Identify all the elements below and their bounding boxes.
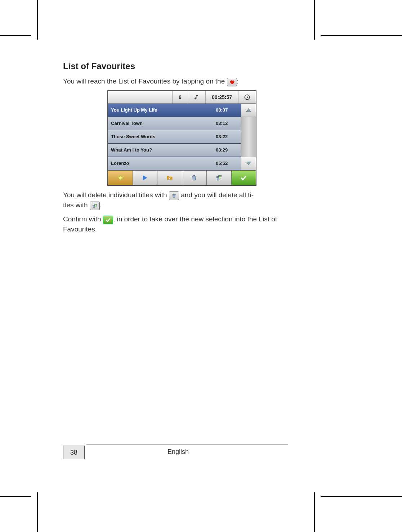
confirm-button[interactable] xyxy=(232,171,256,185)
statusbar-spacer xyxy=(108,91,172,103)
scroll-down-button[interactable] xyxy=(241,157,256,170)
track-title: Carnival Town xyxy=(108,121,216,126)
track-title: Those Sweet Words xyxy=(108,134,216,139)
back-button[interactable] xyxy=(108,171,133,185)
intro-text-post: : xyxy=(237,77,239,85)
svg-rect-6 xyxy=(174,194,175,194)
heart-icon xyxy=(227,78,237,86)
scroll-column xyxy=(241,104,256,170)
checkmark-icon xyxy=(103,216,113,224)
track-title: Lorenzo xyxy=(108,161,216,166)
track-row[interactable]: Carnival Town 03:12 xyxy=(108,117,241,130)
para2-a: You will delete individual titles with xyxy=(63,191,169,199)
page-number: 38 xyxy=(63,446,85,459)
track-duration: 03:29 xyxy=(216,147,241,153)
crop-mark xyxy=(321,496,402,497)
favourites-device-screenshot: 6 00:25:57 You Light Up My Life 03:37 Ca… xyxy=(107,90,256,186)
crop-mark xyxy=(0,496,31,497)
total-duration: 00:25:57 xyxy=(205,91,238,103)
section-heading: List of Favourites xyxy=(63,61,301,71)
device-body: You Light Up My Life 03:37 Carnival Town… xyxy=(108,104,256,170)
track-duration: 05:52 xyxy=(216,161,241,166)
track-row[interactable]: What Am I to You? 03:29 xyxy=(108,144,241,157)
document-page: List of Favourites You will reach the Li… xyxy=(0,0,402,532)
track-duration: 03:12 xyxy=(216,121,241,126)
trash-single-icon xyxy=(169,191,179,200)
intro-text-pre: You will reach the List of Favourites by… xyxy=(63,77,227,85)
delete-all-button[interactable] xyxy=(207,171,232,185)
device-statusbar: 6 00:25:57 xyxy=(108,91,256,104)
intro-paragraph: You will reach the List of Favourites by… xyxy=(63,76,301,87)
clock-icon xyxy=(238,91,256,103)
trash-all-icon xyxy=(90,202,100,210)
track-duration: 03:22 xyxy=(216,134,241,139)
track-title: What Am I to You? xyxy=(108,147,216,153)
para2-b: and you will delete all ti xyxy=(181,191,251,199)
track-duration: 03:37 xyxy=(216,107,241,113)
page-content: List of Favourites You will reach the Li… xyxy=(63,61,301,238)
svg-rect-8 xyxy=(94,204,97,205)
track-list: You Light Up My Life 03:37 Carnival Town… xyxy=(108,104,241,170)
crop-mark xyxy=(0,35,31,36)
track-row[interactable]: You Light Up My Life 03:37 xyxy=(108,104,241,117)
svg-rect-2 xyxy=(194,175,195,176)
footer-rule xyxy=(86,445,288,445)
para2-c: tles with xyxy=(63,201,90,209)
crop-mark xyxy=(314,492,315,532)
scroll-up-button[interactable] xyxy=(241,104,256,117)
track-count: 6 xyxy=(172,91,188,103)
track-row[interactable]: Lorenzo 05:52 xyxy=(108,157,241,170)
delete-one-button[interactable] xyxy=(182,171,207,185)
track-row[interactable]: Those Sweet Words 03:22 xyxy=(108,130,241,144)
crop-mark xyxy=(37,492,38,532)
footer-language: English xyxy=(168,448,189,456)
crop-mark xyxy=(37,0,38,40)
page-number-value: 38 xyxy=(70,449,77,456)
device-toolbar xyxy=(108,170,256,185)
para2-d: . xyxy=(100,201,102,209)
crop-mark xyxy=(321,35,402,36)
scroll-track[interactable] xyxy=(241,117,256,157)
play-button[interactable] xyxy=(133,171,158,185)
crop-mark xyxy=(314,0,315,40)
music-note-icon xyxy=(188,91,205,103)
track-title: You Light Up My Life xyxy=(108,107,216,113)
delete-paragraph: You will delete individual titles with a… xyxy=(63,190,301,211)
confirm-paragraph: Confirm with , in order to take over the… xyxy=(63,214,301,235)
svg-rect-4 xyxy=(218,175,221,176)
folder-music-button[interactable] xyxy=(157,171,182,185)
para3-a: Confirm with xyxy=(63,215,103,223)
